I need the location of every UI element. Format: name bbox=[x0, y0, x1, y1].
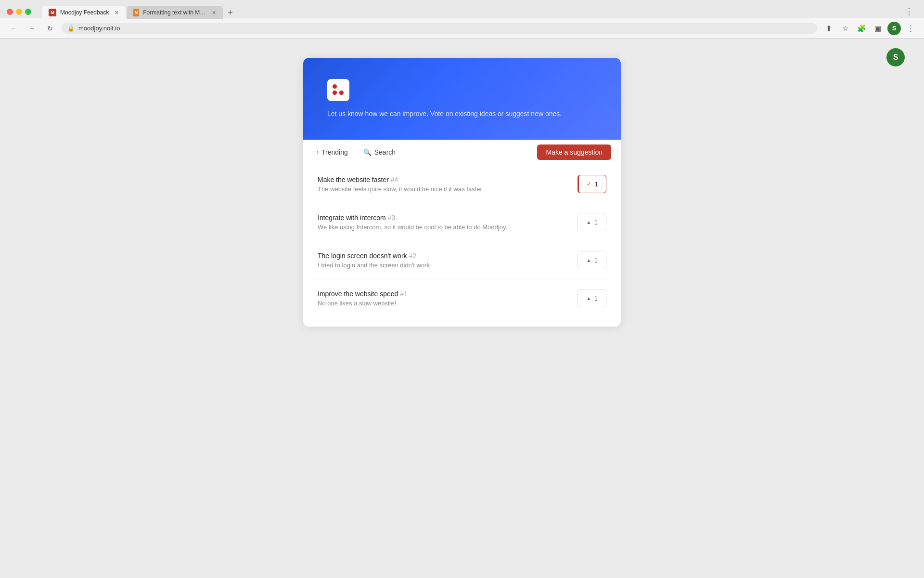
more-menu-icon[interactable]: ⋮ bbox=[904, 22, 917, 35]
browser-profile-avatar[interactable]: S bbox=[887, 22, 901, 35]
feedback-title-2: Integrate with intercom #3 bbox=[318, 214, 568, 222]
vote-count-2: 1 bbox=[594, 219, 598, 226]
vote-button-4[interactable]: ▲ 1 bbox=[578, 289, 606, 307]
toolbar: › Trending 🔍 Search Make a suggestion bbox=[303, 140, 621, 165]
feedback-desc-4: No one likes a slow website! bbox=[318, 300, 568, 307]
trending-label: Trending bbox=[321, 148, 348, 156]
sidebar-icon[interactable]: ▣ bbox=[871, 22, 885, 35]
feedback-desc-1: The website feels quite slow, it would b… bbox=[318, 185, 568, 193]
tab-favicon-1: M bbox=[49, 9, 56, 16]
feedback-content-1: Make the website faster #4 The website f… bbox=[318, 176, 568, 193]
feedback-desc-3: I tried to login and the screen didn't w… bbox=[318, 262, 568, 269]
feedback-content-2: Integrate with intercom #3 We like using… bbox=[318, 214, 568, 231]
vote-count-1: 1 bbox=[594, 181, 598, 188]
tab-title-1: Moodjoy Feedback bbox=[60, 9, 109, 16]
feedback-number-2: #3 bbox=[388, 214, 396, 222]
tab-close-1[interactable]: × bbox=[115, 9, 118, 16]
fullscreen-button[interactable] bbox=[25, 9, 31, 15]
feedback-title-1: Make the website faster #4 bbox=[318, 176, 568, 184]
feedback-item-1: Make the website faster #4 The website f… bbox=[313, 165, 611, 203]
tabs-bar: M Moodjoy Feedback × N Formatting text w… bbox=[35, 6, 471, 19]
search-label: Search bbox=[374, 148, 396, 156]
windows-menu-icon[interactable]: ⋮ bbox=[901, 6, 917, 17]
dot-4 bbox=[339, 91, 344, 95]
chevron-right-icon: › bbox=[317, 149, 319, 156]
make-suggestion-button[interactable]: Make a suggestion bbox=[537, 144, 611, 160]
nav-actions: ⬆ ☆ 🧩 ▣ S ⋮ bbox=[822, 22, 917, 35]
page-content: S Let us know how we can improve. Vote o… bbox=[0, 39, 924, 578]
extensions-icon[interactable]: 🧩 bbox=[855, 22, 868, 35]
search-icon: 🔍 bbox=[363, 148, 372, 156]
feedback-list: Make the website faster #4 The website f… bbox=[303, 165, 621, 327]
vote-arrow-icon-2: ▲ bbox=[586, 219, 591, 225]
vote-arrow-icon-4: ▲ bbox=[586, 295, 591, 301]
tab-close-2[interactable]: × bbox=[212, 9, 216, 16]
title-bar: M Moodjoy Feedback × N Formatting text w… bbox=[0, 0, 924, 18]
vote-arrow-icon-3: ▲ bbox=[586, 257, 591, 263]
feedback-item-4: Improve the website speed #1 No one like… bbox=[313, 279, 611, 317]
feedback-number-3: #2 bbox=[409, 252, 416, 260]
user-avatar-top-right[interactable]: S bbox=[886, 48, 905, 66]
logo-dots bbox=[333, 84, 344, 96]
hero-subtitle: Let us know how we can improve. Vote on … bbox=[327, 109, 597, 119]
app-logo bbox=[327, 79, 349, 101]
close-button[interactable] bbox=[7, 9, 13, 15]
hero-banner: Let us know how we can improve. Vote on … bbox=[303, 58, 621, 140]
dot-2 bbox=[339, 84, 344, 89]
feedback-number-1: #4 bbox=[391, 176, 398, 184]
feedback-desc-2: We like using Intercom, so it would be c… bbox=[318, 223, 568, 231]
dot-3 bbox=[333, 91, 337, 95]
feedback-item-2: Integrate with intercom #3 We like using… bbox=[313, 203, 611, 241]
main-card: Let us know how we can improve. Vote on … bbox=[303, 58, 621, 327]
trending-button[interactable]: › Trending bbox=[313, 145, 352, 159]
address-bar[interactable]: 🔒 moodjoy.nolt.io bbox=[62, 23, 817, 34]
dot-1 bbox=[333, 84, 337, 89]
feedback-number-4: #1 bbox=[400, 290, 408, 298]
feedback-content-4: Improve the website speed #1 No one like… bbox=[318, 290, 568, 307]
minimize-button[interactable] bbox=[16, 9, 22, 15]
back-button[interactable]: ← bbox=[7, 22, 20, 35]
toolbar-left: › Trending 🔍 Search bbox=[313, 145, 532, 159]
reload-button[interactable]: ↻ bbox=[43, 22, 57, 35]
vote-check-icon-1: ✓ bbox=[587, 181, 591, 187]
bookmark-icon[interactable]: ☆ bbox=[838, 22, 852, 35]
traffic-lights bbox=[7, 9, 31, 15]
feedback-title-4: Improve the website speed #1 bbox=[318, 290, 568, 298]
lock-icon: 🔒 bbox=[67, 25, 75, 32]
feedback-item-3: The login screen doesn't work #2 I tried… bbox=[313, 241, 611, 279]
vote-count-3: 1 bbox=[594, 257, 598, 264]
forward-button[interactable]: → bbox=[25, 22, 38, 35]
share-icon[interactable]: ⬆ bbox=[822, 22, 835, 35]
address-text: moodjoy.nolt.io bbox=[78, 25, 120, 32]
vote-button-3[interactable]: ▲ 1 bbox=[578, 251, 606, 269]
new-tab-button[interactable]: + bbox=[224, 6, 237, 19]
browser-chrome: M Moodjoy Feedback × N Formatting text w… bbox=[0, 0, 924, 39]
vote-button-2[interactable]: ▲ 1 bbox=[578, 213, 606, 231]
nav-bar: ← → ↻ 🔒 moodjoy.nolt.io ⬆ ☆ 🧩 ▣ S ⋮ bbox=[0, 18, 924, 39]
tab-moodjoy-feedback[interactable]: M Moodjoy Feedback × bbox=[42, 6, 126, 19]
tab-formatting[interactable]: N Formatting text with Markdow... × bbox=[127, 6, 223, 19]
tab-title-2: Formatting text with Markdow... bbox=[143, 9, 206, 16]
feedback-content-3: The login screen doesn't work #2 I tried… bbox=[318, 252, 568, 269]
tab-favicon-2: N bbox=[133, 9, 140, 16]
search-button[interactable]: 🔍 Search bbox=[359, 145, 399, 159]
vote-count-4: 1 bbox=[594, 295, 598, 302]
feedback-title-3: The login screen doesn't work #2 bbox=[318, 252, 568, 260]
vote-button-1[interactable]: ✓ 1 bbox=[578, 175, 606, 193]
